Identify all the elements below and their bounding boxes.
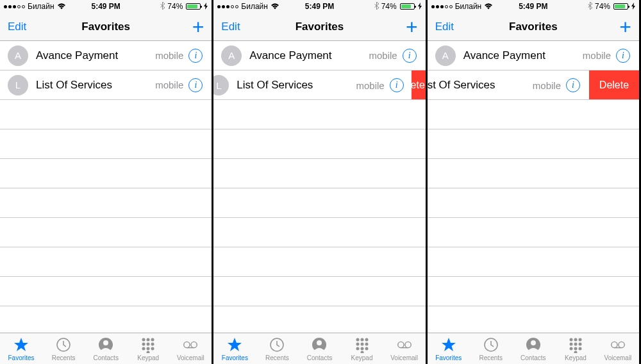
tab-voicemail[interactable]: Voicemail (169, 336, 212, 361)
wifi-icon (271, 3, 279, 11)
svg-point-9 (142, 347, 146, 350)
svg-point-43 (578, 347, 581, 350)
svg-point-3 (142, 338, 146, 341)
tab-keypad[interactable]: Keypad (554, 336, 597, 361)
svg-point-25 (356, 347, 359, 350)
tab-voicemail[interactable]: Voicemail (597, 336, 639, 361)
info-icon[interactable]: i (616, 49, 630, 63)
empty-row (428, 247, 639, 277)
svg-point-34 (531, 340, 536, 345)
tab-label: Contacts (307, 354, 332, 361)
info-icon[interactable]: i (188, 49, 203, 63)
add-button[interactable]: + (406, 17, 418, 37)
edit-button[interactable]: Edit (435, 21, 454, 33)
favorite-row[interactable]: A Avance Payment mobile i (428, 41, 639, 70)
signal-dots-icon (4, 5, 25, 8)
favorites-list[interactable]: A Avance Payment mobile i L List Of Serv… (213, 41, 425, 333)
edit-button[interactable]: Edit (221, 21, 240, 33)
favorite-row[interactable]: A Avance Payment mobile i (213, 41, 425, 70)
svg-point-27 (365, 347, 368, 350)
carrier-label: Билайн (28, 2, 54, 11)
empty-row (213, 218, 425, 247)
favorite-row-swiping[interactable]: L List Of Services mobile i ete (213, 70, 425, 100)
favorites-list[interactable]: A Avance Payment mobile i L List Of Serv… (0, 41, 212, 333)
svg-point-29 (397, 342, 403, 347)
tab-favorites[interactable]: Favorites (428, 336, 470, 361)
voicemail-icon (396, 336, 413, 353)
svg-point-46 (619, 342, 624, 347)
svg-point-23 (360, 342, 363, 345)
empty-row (213, 100, 425, 129)
delete-label: Delete (599, 79, 629, 91)
svg-point-4 (147, 338, 150, 341)
tab-label: Favorites (8, 354, 34, 361)
battery-percent: 74% (167, 2, 183, 11)
tab-keypad[interactable]: Keypad (127, 336, 169, 361)
tab-favorites[interactable]: Favorites (0, 336, 42, 361)
contact-type: mobile (155, 50, 183, 61)
svg-point-10 (147, 347, 150, 350)
svg-point-21 (365, 338, 368, 341)
add-button[interactable]: + (619, 17, 631, 37)
favorites-list[interactable]: A Avance Payment mobile i st Of Services… (428, 41, 639, 333)
clock-icon (483, 336, 499, 353)
info-icon[interactable]: i (403, 49, 417, 63)
tab-label: Voicemail (604, 354, 632, 361)
tab-recents[interactable]: Recents (42, 336, 85, 361)
wifi-icon (484, 3, 493, 11)
info-icon[interactable]: i (188, 78, 203, 92)
status-bar: Билайн 5:49 PM 74% (213, 0, 425, 13)
charging-icon (204, 3, 208, 11)
tab-recents[interactable]: Recents (470, 336, 512, 361)
empty-row (0, 277, 212, 306)
tab-contacts[interactable]: Contacts (512, 336, 554, 361)
delete-button[interactable]: ete (412, 70, 426, 100)
svg-point-13 (184, 342, 190, 347)
tab-contacts[interactable]: Contacts (85, 336, 127, 361)
svg-point-26 (360, 347, 363, 350)
svg-point-24 (365, 342, 368, 345)
empty-row (213, 188, 425, 218)
svg-point-41 (569, 347, 572, 350)
favorite-row-swiped[interactable]: st Of Services mobile i Delete (428, 70, 639, 100)
tab-label: Voicemail (177, 354, 204, 361)
battery-icon (186, 3, 201, 10)
tab-recents[interactable]: Recents (256, 336, 298, 361)
info-icon[interactable]: i (390, 78, 404, 92)
contact-type: mobile (533, 80, 561, 91)
empty-row (213, 277, 425, 306)
contact-icon (311, 336, 328, 353)
contact-name: Avance Payment (36, 49, 155, 62)
svg-point-11 (151, 347, 154, 350)
tab-voicemail[interactable]: Voicemail (383, 336, 426, 361)
info-icon[interactable]: i (566, 78, 580, 92)
contact-type: mobile (356, 80, 384, 91)
charging-icon (631, 3, 635, 11)
contact-type: mobile (369, 50, 397, 61)
battery-icon (613, 3, 628, 10)
empty-row (428, 218, 639, 247)
bluetooth-icon (160, 2, 165, 12)
empty-row (0, 247, 212, 277)
nav-bar: Edit Favorites + (213, 13, 425, 41)
svg-point-40 (578, 342, 581, 345)
tab-keypad[interactable]: Keypad (341, 336, 383, 361)
favorite-row[interactable]: L List Of Services mobile i (0, 70, 212, 100)
contact-icon (525, 336, 542, 353)
empty-row (0, 129, 212, 159)
tab-label: Voicemail (390, 354, 418, 361)
delete-button[interactable]: Delete (589, 70, 639, 100)
tab-favorites[interactable]: Favorites (213, 336, 256, 361)
add-button[interactable]: + (192, 17, 204, 37)
avatar: A (8, 46, 28, 66)
keypad-icon (354, 336, 370, 353)
empty-row (0, 188, 212, 218)
svg-point-7 (147, 342, 150, 345)
favorite-row[interactable]: A Avance Payment mobile i (0, 41, 212, 70)
tab-label: Recents (479, 354, 503, 361)
edit-button[interactable]: Edit (8, 21, 26, 33)
wifi-icon (57, 3, 66, 11)
tab-bar: Favorites Recents Contacts Keypad Voicem… (213, 333, 425, 364)
svg-point-18 (317, 340, 322, 345)
tab-contacts[interactable]: Contacts (298, 336, 340, 361)
